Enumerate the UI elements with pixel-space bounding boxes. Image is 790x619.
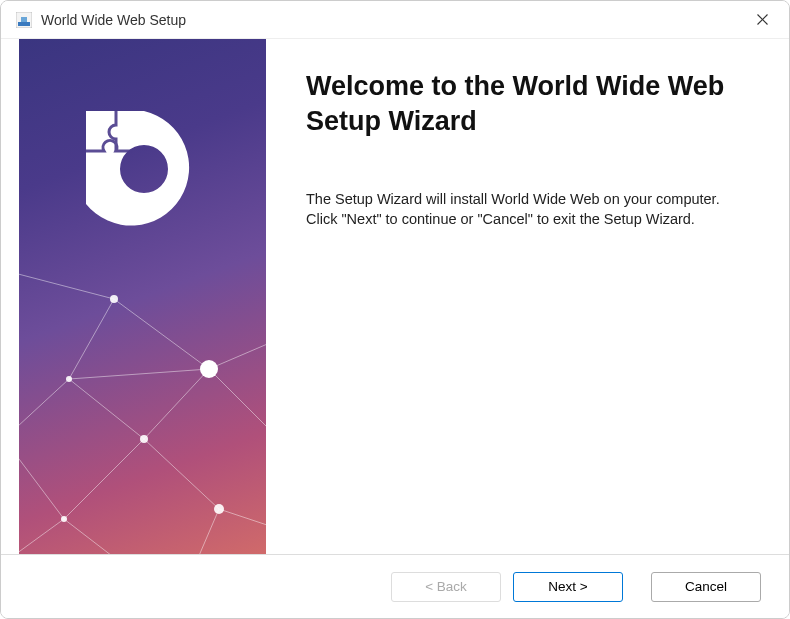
svg-line-12 xyxy=(209,369,266,439)
svg-point-24 xyxy=(140,435,148,443)
svg-line-14 xyxy=(64,439,144,519)
svg-point-22 xyxy=(66,376,72,382)
svg-line-17 xyxy=(64,519,129,554)
svg-line-5 xyxy=(19,269,114,299)
svg-line-9 xyxy=(69,379,144,439)
wizard-banner xyxy=(19,39,266,554)
svg-point-23 xyxy=(200,360,218,378)
content-area: Welcome to the World Wide Web Setup Wiza… xyxy=(1,39,789,554)
svg-point-25 xyxy=(61,516,67,522)
svg-line-18 xyxy=(219,509,266,529)
app-icon xyxy=(15,11,33,29)
svg-line-15 xyxy=(144,439,219,509)
wizard-body-text: The Setup Wizard will install World Wide… xyxy=(306,189,749,230)
back-button: < Back xyxy=(391,572,501,602)
svg-line-16 xyxy=(19,519,64,554)
svg-point-21 xyxy=(110,295,118,303)
svg-rect-1 xyxy=(18,22,30,26)
svg-line-19 xyxy=(189,509,219,554)
svg-line-8 xyxy=(19,379,69,439)
close-button[interactable] xyxy=(739,1,785,39)
svg-line-13 xyxy=(144,369,209,439)
close-icon xyxy=(757,14,768,25)
titlebar: World Wide Web Setup xyxy=(1,1,789,39)
cancel-button[interactable]: Cancel xyxy=(651,572,761,602)
installer-logo-icon xyxy=(86,111,189,226)
next-button[interactable]: Next > xyxy=(513,572,623,602)
svg-line-20 xyxy=(19,439,64,519)
wizard-footer: < Back Next > Cancel xyxy=(1,554,789,618)
wizard-heading: Welcome to the World Wide Web Setup Wiza… xyxy=(306,69,749,139)
svg-line-10 xyxy=(69,369,209,379)
svg-point-26 xyxy=(214,504,224,514)
wizard-main: Welcome to the World Wide Web Setup Wiza… xyxy=(266,39,789,554)
svg-rect-2 xyxy=(21,17,27,22)
window-title: World Wide Web Setup xyxy=(41,12,739,28)
svg-line-6 xyxy=(69,299,114,379)
svg-line-11 xyxy=(209,339,266,369)
installer-window: World Wide Web Setup xyxy=(0,0,790,619)
svg-line-7 xyxy=(114,299,209,369)
